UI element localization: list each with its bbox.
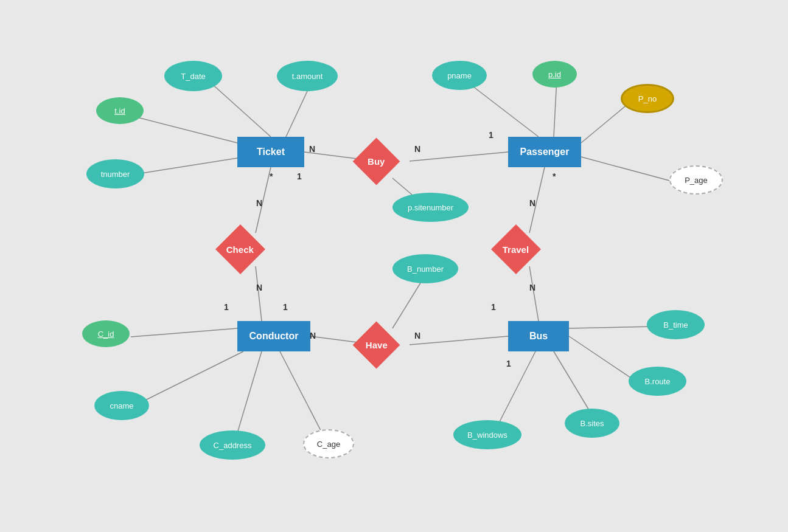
svg-line-5: [529, 266, 539, 321]
attribute-t-amount: t.amount: [277, 61, 338, 91]
cardinality-buy-passenger: N: [414, 144, 420, 154]
attribute-b-route: B.route: [629, 367, 686, 396]
svg-line-1: [410, 152, 508, 161]
cardinality-travel-bus-n: N: [529, 283, 535, 292]
relationship-check: Check: [215, 224, 265, 274]
relationship-travel: Travel: [491, 224, 541, 274]
cardinality-check-n-top: N: [256, 198, 262, 208]
relationship-have: Have: [353, 322, 400, 369]
cardinality-conductor-have-n: N: [310, 331, 316, 340]
cardinality-ticket-buy: N: [309, 144, 315, 154]
svg-line-15: [581, 157, 678, 183]
svg-line-8: [210, 82, 271, 137]
cardinality-ticket-check-star: *: [270, 171, 273, 181]
cardinality-passenger-star: *: [553, 171, 556, 181]
svg-line-18: [131, 328, 237, 337]
relationship-buy: Buy: [353, 138, 400, 185]
svg-line-7: [410, 336, 508, 345]
svg-line-10: [128, 115, 237, 143]
attribute-c-address: C_address: [200, 430, 265, 460]
cardinality-conductor-have-1right: 1: [283, 302, 288, 312]
cardinality-passenger-buy: 1: [489, 130, 493, 140]
attribute-t-id: t.id: [96, 97, 144, 124]
svg-line-3: [256, 266, 262, 321]
attribute-cname: cname: [94, 391, 149, 420]
attribute-p-no: P_no: [621, 84, 674, 113]
attribute-b-time: B_time: [647, 310, 705, 339]
attribute-p-sitenumber: p.sitenumber: [392, 193, 469, 222]
attribute-tnumber: tnumber: [86, 159, 144, 188]
attribute-b-number: B_number: [392, 254, 458, 283]
entity-passenger: Passenger: [508, 137, 581, 167]
svg-line-13: [554, 79, 557, 137]
entity-ticket: Ticket: [237, 137, 304, 167]
cardinality-conductor-check-1left: 1: [224, 302, 229, 312]
attribute-c-id: C_id: [82, 320, 130, 347]
svg-line-22: [569, 326, 654, 328]
entity-bus: Bus: [508, 321, 569, 351]
attribute-c-age: C_age: [303, 429, 354, 458]
attribute-pname: pname: [432, 61, 487, 90]
attribute-b-sites: B.sites: [565, 409, 619, 438]
cardinality-bus-have-1: 1: [491, 302, 496, 312]
svg-line-14: [581, 101, 632, 143]
entity-conductor: Conductor: [237, 321, 310, 351]
attribute-p-id: p.id: [532, 61, 577, 88]
attribute-p-age: P_age: [669, 165, 723, 195]
attribute-t-date: T_date: [164, 61, 222, 91]
cardinality-have-bus-n: N: [414, 331, 420, 340]
svg-line-23: [569, 336, 638, 382]
cardinality-check-n-bot: N: [256, 283, 262, 292]
cardinality-passenger-travel-n: N: [529, 198, 535, 208]
cardinality-ticket-check-1: 1: [297, 171, 302, 181]
attribute-b-windows: B_windows: [453, 420, 521, 449]
svg-line-12: [465, 80, 539, 137]
cardinality-bus-1-bottom: 1: [506, 359, 511, 368]
